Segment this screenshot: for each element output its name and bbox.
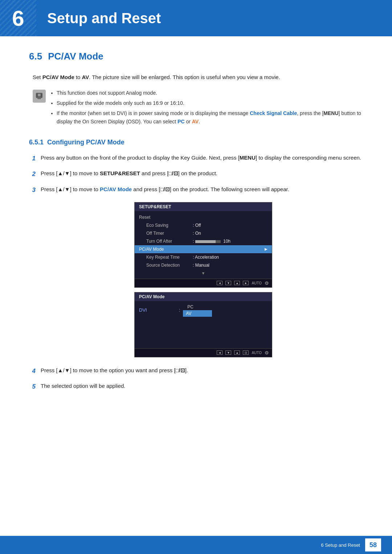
osd1-label-offtimer: Off Timer: [146, 231, 190, 236]
osd2-option-av: AV: [183, 310, 212, 317]
main-content: 6.5 PC/AV Mode Set PC/AV Mode to AV. The…: [0, 51, 392, 426]
osd2-options: PC AV: [183, 304, 212, 317]
osd1-row-pcav: PC/AV Mode ▶: [135, 245, 272, 253]
osd2-btn-auto: AUTO: [252, 351, 262, 355]
osd2-colon: :: [179, 308, 180, 313]
pcav-mode-bold: PC/AV Mode: [100, 186, 132, 192]
osd1-row-keyrepeat: Key Repeat Time : Acceleration: [139, 253, 268, 261]
osd1-btn-enter-icon: ►: [243, 281, 249, 285]
note-icon: [33, 90, 46, 103]
osd1-btn-down-icon: ▼: [225, 281, 231, 285]
step-text-2: Press [▲/▼] to move to SETUP&RESET and p…: [41, 169, 363, 178]
section-heading: 6.5 PC/AV Mode: [29, 51, 363, 62]
osd1-progress-fill: [195, 240, 216, 243]
note-box: This function does not support Analog mo…: [29, 89, 363, 128]
osd-screen-2: PC/AV Mode DVI : PC AV ◄ ▼ ▲ ⊡ AUTO ⚙: [134, 292, 272, 357]
check-signal-bold: Check Signal Cable: [250, 110, 297, 116]
osd1-body: Reset Eco Saving : Off Off Timer : On Tu…: [135, 211, 272, 279]
osd1-btn-up-icon: ▲: [234, 281, 240, 285]
osd2-label-dvi: DVI: [139, 307, 168, 313]
step-num-5: 5: [29, 382, 36, 391]
osd2-btn-up-icon: ▲: [234, 350, 240, 355]
osd2-body: DVI : PC AV: [135, 301, 272, 348]
osd1-btn-enter: ►: [243, 281, 249, 285]
osd1-value-keyrepeat: : Acceleration: [193, 255, 268, 260]
note-item-1: This function does not support Analog mo…: [57, 89, 363, 98]
step-2: 2 Press [▲/▼] to move to SETUP&RESET and…: [29, 169, 363, 179]
chapter-number: 6: [12, 6, 24, 31]
menu-key-s1: MENU: [240, 155, 256, 161]
steps-list-2: 4 Press [▲/▼] to move to the option you …: [29, 366, 363, 391]
svg-rect-3: [38, 95, 41, 96]
osd1-bottom-bar: ◄ ▼ ▲ ► AUTO ⚙: [135, 279, 272, 287]
osd2-btn-gear: ⚙: [265, 350, 269, 356]
osd1-label-sourcedet: Source Detection: [146, 263, 190, 268]
osd2-btn-left-icon: ◄: [217, 350, 222, 355]
steps-list: 1 Press any button on the front of the p…: [29, 153, 363, 195]
note-svg-icon: [35, 92, 43, 100]
step-num-4: 4: [29, 366, 36, 376]
enter-key-2: □/⊡: [160, 186, 170, 192]
osd1-row-reset: Reset: [139, 213, 268, 221]
osd-screen-1: SETUP&RESET Reset Eco Saving : Off Off T…: [134, 202, 272, 288]
osd1-title-bar: SETUP&RESET: [135, 202, 272, 211]
step-num-1: 1: [29, 153, 36, 163]
osd1-label-turnoff: Turn Off After: [146, 239, 190, 244]
step-text-5: The selected option will be applied.: [41, 382, 363, 390]
note-item-2: Supplied for the wide models only such a…: [57, 99, 363, 108]
step-3: 3 Press [▲/▼] to move to PC/AV Mode and …: [29, 185, 363, 195]
step-1: 1 Press any button on the front of the p…: [29, 153, 363, 163]
step-num-2: 2: [29, 169, 36, 179]
osd1-row-sourcedet: Source Detection : Manual: [139, 261, 268, 269]
osd1-progress-bar: [195, 240, 221, 243]
page-footer: 6 Setup and Reset 58: [0, 536, 392, 554]
osd1-value-sourcedet: : Manual: [193, 263, 268, 268]
osd2-btn-down: ▼: [225, 350, 231, 355]
subsection-heading: 6.5.1 Configuring PC/AV Mode: [29, 139, 363, 146]
osd2-row-dvi: DVI : PC AV: [135, 303, 272, 318]
osd1-btn-down: ▼: [225, 281, 231, 285]
note-list: This function does not support Analog mo…: [51, 89, 363, 128]
chapter-header: 6 Setup and Reset: [0, 0, 392, 36]
setup-reset-bold: SETUP&RESET: [100, 170, 140, 176]
description-paragraph: Set PC/AV Mode to AV. The picture size w…: [29, 73, 363, 82]
osd1-btn-up: ▲: [234, 281, 240, 285]
av-option-bold: AV: [192, 119, 199, 124]
svg-rect-2: [38, 94, 41, 95]
osd1-row-offtimer: Off Timer : On: [139, 229, 268, 237]
osd2-spacer: [135, 318, 272, 347]
footer-text: 6 Setup and Reset: [321, 542, 360, 548]
step-text-1: Press any button on the front of the pro…: [41, 153, 363, 162]
chapter-number-box: 6: [0, 0, 36, 36]
step-text-4: Press [▲/▼] to move to the option you wa…: [41, 366, 363, 375]
osd1-row-turnoff: Turn Off After : 10h: [139, 237, 268, 245]
osd1-label-eco: Eco Saving: [146, 223, 190, 228]
osd2-btn-down-icon: ▼: [225, 350, 231, 355]
osd1-label-keyrepeat: Key Repeat Time: [146, 255, 190, 260]
subsection-title: Configuring PC/AV Mode: [47, 139, 124, 146]
osd1-label-pcav: PC/AV Mode: [139, 247, 183, 252]
pc-option-bold: PC: [177, 119, 184, 124]
osd1-row-eco: Eco Saving : Off: [139, 221, 268, 229]
section-title: PC/AV Mode: [48, 51, 103, 62]
step-5: 5 The selected option will be applied.: [29, 382, 363, 391]
desc-bold-1: PC/AV Mode: [42, 74, 74, 80]
subsection-number: 6.5.1: [29, 139, 44, 146]
osd1-btn-left: ◄: [217, 281, 222, 285]
osd1-value-turnoff: : 10h: [193, 239, 268, 244]
section-number: 6.5: [29, 51, 42, 62]
osd1-value-offtimer: : On: [193, 231, 268, 236]
osd2-option-pc: PC: [183, 304, 212, 310]
desc-bold-2: AV: [82, 74, 89, 80]
screenshots-container: SETUP&RESET Reset Eco Saving : Off Off T…: [44, 202, 363, 357]
step-num-3: 3: [29, 185, 36, 195]
note-item-3: If the monitor (when set to DVI) is in p…: [57, 109, 363, 127]
step-text-3: Press [▲/▼] to move to PC/AV Mode and pr…: [41, 185, 363, 194]
footer-page-number: 58: [365, 538, 381, 551]
osd2-btn-up: ▲: [234, 350, 240, 355]
osd1-value-eco: : Off: [193, 223, 268, 228]
osd1-btn-left-icon: ◄: [217, 281, 222, 285]
osd2-btn-left: ◄: [217, 350, 222, 355]
enter-key-3: □/⊡: [176, 367, 185, 373]
osd1-btn-auto: AUTO: [252, 281, 262, 285]
